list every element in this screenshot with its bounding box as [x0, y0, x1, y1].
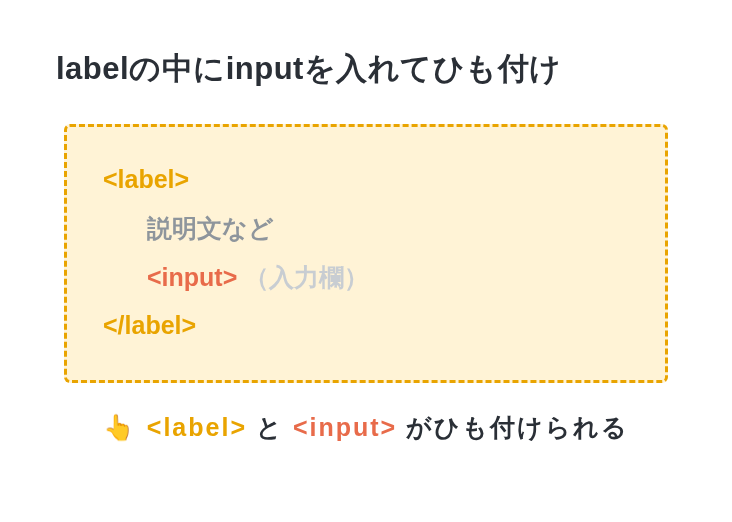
- code-input-paren: （入力欄）: [244, 263, 369, 291]
- footer-tag-label: <label>: [147, 413, 247, 441]
- code-description-text: 説明文など: [147, 214, 274, 242]
- code-tag-label-open: <label>: [103, 165, 189, 193]
- footer-and-text: と: [247, 413, 293, 441]
- footer-note: 👆 <label> と <input> がひも付けられる: [56, 411, 676, 444]
- footer-tail-text: がひも付けられる: [397, 413, 629, 441]
- footer-tag-input: <input>: [293, 413, 397, 441]
- pointing-up-icon: 👆: [103, 413, 134, 441]
- code-tag-label-close: </label>: [103, 311, 196, 339]
- code-tag-input: <input>: [147, 263, 237, 291]
- page-title: labelの中にinputを入れてひも付け: [56, 48, 676, 90]
- code-example-box: <label> 説明文など <input> （入力欄） </label>: [64, 124, 668, 383]
